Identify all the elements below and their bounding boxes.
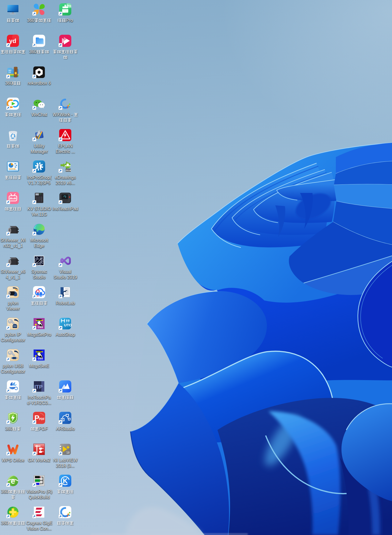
svg-text:UTO: UTO — [64, 323, 72, 327]
svg-text:yd: yd — [9, 37, 16, 44]
svg-text:ZIP: ZIP — [8, 71, 11, 73]
svg-text:e: e — [11, 477, 15, 485]
svg-text:360: 360 — [8, 69, 11, 71]
svg-text:K: K — [63, 477, 68, 485]
svg-text:18: 18 — [66, 451, 70, 454]
svg-text:CGS: CGS — [38, 326, 43, 329]
svg-text:CGS: CGS — [38, 357, 43, 360]
svg-text:bilibili: bilibili — [10, 197, 16, 200]
svg-text:2019: 2019 — [66, 169, 71, 172]
svg-text:PDF: PDF — [39, 418, 45, 421]
